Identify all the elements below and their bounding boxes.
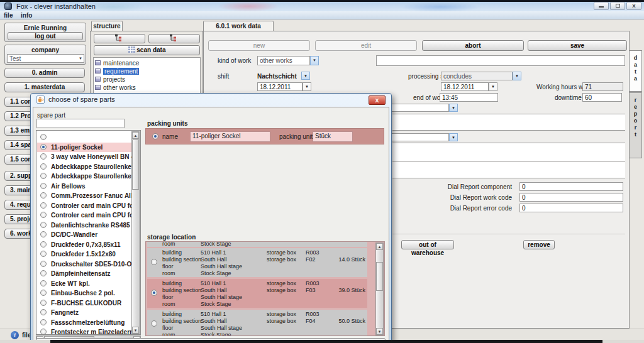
scroll-thumb[interactable] — [132, 139, 139, 190]
storage-row-3[interactable]: building510 Hall 1building sectionSouth … — [147, 310, 367, 336]
spare-part-row[interactable]: Fangnetz — [37, 308, 131, 317]
radio-icon[interactable] — [40, 251, 47, 257]
report-text-area-3[interactable] — [392, 162, 625, 178]
remove-button[interactable]: remove — [523, 240, 555, 249]
spare-part-row[interactable]: Datenlichtschranke RS485 Sender — [37, 220, 131, 230]
spare-part-row[interactable]: Frontstecker m Einzeladern — [37, 327, 131, 335]
radio-icon[interactable] — [40, 280, 47, 286]
spare-part-row[interactable]: Ecke WT kpl. — [37, 279, 131, 288]
spare-part-row[interactable]: Dämpfeinheitensatz — [37, 269, 131, 278]
radio-icon[interactable] — [151, 290, 157, 296]
packing-row-radio[interactable] — [152, 133, 158, 139]
spare-part-row[interactable]: Druckfeder 1.5x12x80 — [37, 249, 131, 259]
spare-part-row[interactable]: Comm.Prozessor Fanuc AIF 01 A — [37, 191, 131, 200]
new-button[interactable]: new — [208, 40, 310, 51]
menu-info[interactable]: info — [21, 12, 32, 19]
storage-row-2[interactable]: building510 Hall 1building sectionSouth … — [147, 279, 367, 308]
report-text-area-2[interactable] — [392, 143, 625, 161]
tree-item-other-works[interactable]: other works — [95, 84, 136, 92]
radio-icon[interactable] — [40, 134, 47, 140]
expand-tree-button[interactable] — [94, 34, 145, 43]
tree-item-maintenance[interactable]: maintenance — [95, 59, 139, 67]
logout-button[interactable]: log out — [8, 32, 83, 40]
abort-button[interactable]: abort — [422, 40, 524, 51]
spare-part-row[interactable]: Fassschmelzerbelüftung — [37, 318, 131, 327]
company-select[interactable]: Test ▼ — [7, 54, 84, 63]
report-text-area-1[interactable] — [392, 114, 625, 131]
shift-dropdown-icon[interactable]: ▼ — [301, 72, 310, 80]
packing-units-field[interactable]: Stück — [313, 131, 353, 142]
radio-icon[interactable] — [40, 290, 47, 296]
spare-part-row[interactable]: F-BUCHSE GLUKODUR — [37, 298, 131, 308]
radio-icon[interactable] — [40, 192, 47, 199]
radio-icon[interactable] — [40, 241, 47, 248]
working-hours-field[interactable]: 71 — [582, 82, 623, 91]
tab-work-data[interactable]: 6.0.1 work data — [203, 21, 274, 31]
spare-part-row[interactable]: Abdeckkappe Staurollenkette innen — [37, 172, 131, 181]
end-date-field[interactable]: 18.12.2011 — [441, 82, 489, 91]
save-button[interactable]: save — [528, 40, 627, 51]
spare-part-row[interactable]: DC/DC-Wandler — [37, 230, 131, 239]
scroll-down-icon[interactable]: ▼ — [132, 327, 139, 334]
tree-item-projects[interactable]: projects — [95, 75, 125, 84]
start-date-dropdown-icon[interactable]: ▼ — [303, 82, 311, 91]
spare-part-row[interactable]: Druckfeder 0,7x3,85x11 — [37, 240, 131, 249]
spare-part-row[interactable]: Controler card main CPU for FANUC Ro — [37, 201, 131, 210]
end-of-work-field[interactable]: 13:45 — [440, 93, 498, 102]
spare-part-row[interactable]: Abdeckkappe Staurollenkette außen — [37, 162, 131, 172]
spare-part-row[interactable]: Controler card main CPU for Fanuc-Ro — [37, 210, 131, 220]
radio-icon[interactable] — [40, 202, 47, 209]
radio-icon[interactable] — [151, 320, 157, 327]
radio-icon[interactable] — [40, 329, 47, 335]
radio-icon[interactable] — [40, 261, 47, 267]
packing-units-row[interactable]: name 11-poliger Sockel packing units Stü… — [145, 128, 384, 144]
spare-part-row[interactable]: Air Bellows — [37, 182, 131, 191]
report-combo-2-dropdown-icon[interactable]: ▼ — [449, 133, 458, 141]
side-tab-data[interactable]: d a t a — [630, 50, 642, 92]
radio-icon[interactable] — [40, 144, 47, 150]
radio-icon[interactable] — [40, 231, 47, 237]
start-date-field[interactable]: 18.12.2011 — [257, 82, 303, 91]
spare-list-scrollbar[interactable]: ▲ ▼ — [131, 131, 140, 334]
report-combo-1-dropdown-icon[interactable]: ▼ — [449, 104, 458, 112]
radio-icon[interactable] — [40, 183, 47, 189]
tab-structure[interactable]: structure — [91, 21, 123, 31]
scan-data-button[interactable]: scan data — [94, 45, 200, 55]
spare-part-row[interactable]: Einbau-Buchse 2 pol. — [37, 288, 131, 298]
end-date-dropdown-icon[interactable]: ▼ — [489, 82, 497, 91]
spare-part-row[interactable]: 11-poliger Sockel — [37, 143, 131, 152]
collapse-tree-button[interactable] — [148, 34, 200, 43]
processing-status-dropdown-icon[interactable]: ▼ — [513, 72, 521, 80]
dial-report-field-3[interactable]: 0 — [519, 204, 623, 212]
spare-part-row[interactable]: 3 way valve Honeywell BN 4 UNJ 0N0 C — [37, 152, 131, 161]
menu-file[interactable]: file — [4, 12, 13, 19]
scroll-up-icon[interactable]: ▲ — [376, 243, 383, 250]
radio-icon[interactable] — [40, 163, 47, 170]
processing-status-select[interactable]: concludes — [441, 72, 513, 80]
radio-icon[interactable] — [151, 259, 157, 265]
radio-icon[interactable] — [40, 153, 47, 160]
edit-button[interactable]: edit — [315, 40, 417, 51]
spare-part-input[interactable] — [36, 119, 125, 128]
sidebar-nav-button-1[interactable]: 0. admin — [4, 68, 85, 78]
radio-icon[interactable] — [40, 222, 47, 228]
maximize-button[interactable] — [610, 2, 625, 10]
work-description-field[interactable] — [376, 55, 625, 66]
spare-part-row[interactable] — [37, 133, 131, 142]
radio-icon[interactable] — [40, 319, 47, 325]
scroll-thumb[interactable] — [376, 262, 383, 291]
side-tab-report[interactable]: r e p o r t — [630, 92, 642, 158]
storage-row-partial[interactable]: roomStock Stage — [147, 242, 367, 247]
packing-name-field[interactable]: 11-poliger Sockel — [190, 131, 270, 142]
minimize-button[interactable] — [594, 2, 609, 10]
dial-report-field-1[interactable]: 0 — [519, 182, 623, 191]
sidebar-nav-button-2[interactable]: 1. masterdata — [4, 82, 85, 92]
kind-of-work-select[interactable]: other works — [257, 56, 310, 65]
scroll-down-icon[interactable]: ▼ — [376, 328, 383, 335]
spare-part-row[interactable]: Druckschalter SDE5-D10-O-Q6P-M8 — [37, 259, 131, 269]
radio-icon[interactable] — [40, 212, 47, 218]
dial-report-field-2[interactable]: 0 — [519, 193, 623, 202]
radio-icon[interactable] — [40, 309, 47, 315]
radio-icon[interactable] — [40, 173, 47, 179]
storage-row-1[interactable]: building510 Hall 1building sectionSouth … — [147, 248, 367, 277]
